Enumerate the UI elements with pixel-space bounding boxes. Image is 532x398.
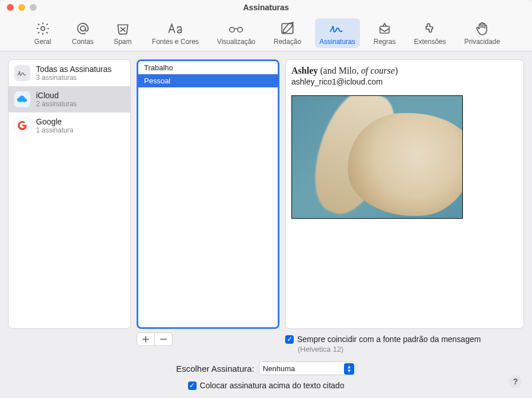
- account-sub: 3 assinaturas: [36, 74, 111, 82]
- icloud-icon: [14, 91, 30, 107]
- tab-label: Privacidade: [465, 38, 501, 46]
- account-name: iCloud: [36, 91, 77, 100]
- preview-name: Ashley: [291, 66, 318, 75]
- signature-icon: [329, 21, 346, 37]
- tab-label: Redação: [274, 38, 301, 46]
- place-above-checkbox-row[interactable]: Colocar assinatura acima do texto citado: [188, 381, 345, 390]
- svg-point-1: [80, 26, 85, 31]
- choose-signature-popup[interactable]: Nenhuma ▲▼: [259, 361, 356, 375]
- tab-privacy[interactable]: Privacidade: [460, 18, 505, 48]
- tab-label: Assinaturas: [319, 38, 355, 46]
- account-name: Google: [36, 117, 73, 126]
- compose-icon: [280, 21, 295, 37]
- hand-icon: [475, 21, 490, 37]
- at-icon: [75, 21, 90, 37]
- glasses-icon: [227, 21, 245, 37]
- svg-point-2: [230, 27, 235, 32]
- match-font-sub: (Helvetica 12): [298, 345, 524, 353]
- chevron-up-down-icon: ▲▼: [344, 363, 354, 375]
- tab-label: Extensões: [414, 38, 446, 46]
- tab-accounts[interactable]: Contas: [67, 18, 98, 48]
- popup-value: Nenhuma: [263, 364, 295, 373]
- titlebar: Assinaturas: [0, 0, 532, 15]
- checkbox-checked-icon[interactable]: [285, 335, 294, 344]
- tab-label: Fontes e Cores: [152, 38, 199, 46]
- window-title: Assinaturas: [0, 3, 532, 12]
- tab-label: Visualização: [217, 38, 255, 46]
- tab-junk[interactable]: Spam: [107, 18, 138, 48]
- signature-item[interactable]: Pessoal: [138, 74, 278, 87]
- google-icon: [14, 118, 30, 134]
- signature-item[interactable]: Trabalho: [138, 61, 278, 74]
- rules-icon: [377, 21, 393, 37]
- signature-icon: [14, 65, 30, 81]
- tab-general[interactable]: Geral: [27, 18, 58, 48]
- add-signature-button[interactable]: [137, 332, 155, 346]
- preferences-toolbar: Geral Contas Spam Fontes e Cores Visuali…: [0, 15, 532, 51]
- tab-label: Geral: [34, 38, 51, 46]
- tab-extensions[interactable]: Extensões: [409, 18, 450, 48]
- tab-label: Contas: [72, 38, 94, 46]
- preview-image: [291, 95, 463, 219]
- svg-point-0: [41, 26, 45, 30]
- match-font-checkbox-row[interactable]: Sempre coincidir com a fonte padrão da m…: [285, 335, 524, 344]
- gear-icon: [35, 21, 50, 37]
- fonts-icon: [167, 21, 184, 37]
- accounts-list: Todas as Assinaturas 3 assinaturas iClou…: [8, 59, 131, 329]
- checkbox-checked-icon[interactable]: [188, 381, 197, 390]
- account-item-all[interactable]: Todas as Assinaturas 3 assinaturas: [9, 60, 130, 86]
- signatures-list[interactable]: Trabalho Pessoal: [137, 59, 279, 329]
- tab-rules[interactable]: Regras: [369, 18, 401, 48]
- choose-signature-label: Escolher Assinatura:: [176, 364, 254, 373]
- match-font-label: Sempre coincidir com a fonte padrão da m…: [297, 335, 481, 344]
- preview-name-line: Ashley (and Milo, of course): [291, 66, 518, 76]
- tab-signatures[interactable]: Assinaturas: [315, 18, 360, 48]
- svg-point-3: [238, 27, 243, 32]
- help-button[interactable]: ?: [509, 375, 522, 388]
- place-above-label: Colocar assinatura acima do texto citado: [200, 381, 345, 390]
- tab-label: Spam: [114, 38, 131, 46]
- bottom-controls: Escolher Assinatura: Nenhuma ▲▼ Colocar …: [0, 353, 532, 398]
- account-item-icloud[interactable]: iCloud 2 assinaturas: [9, 86, 130, 112]
- remove-signature-button[interactable]: [154, 332, 173, 346]
- below-columns-row: Sempre coincidir com a fonte padrão da m…: [0, 329, 532, 353]
- tab-viewing[interactable]: Visualização: [213, 18, 260, 48]
- tab-fonts[interactable]: Fontes e Cores: [147, 18, 203, 48]
- junk-icon: [115, 21, 130, 37]
- tab-label: Regras: [374, 38, 396, 46]
- tab-compose[interactable]: Redação: [269, 18, 306, 48]
- puzzle-icon: [422, 21, 437, 37]
- preview-email: ashley_rico1@icloud.com: [291, 77, 518, 86]
- account-name: Todas as Assinaturas: [36, 65, 111, 74]
- main-content: Todas as Assinaturas 3 assinaturas iClou…: [0, 51, 532, 329]
- account-sub: 2 assinaturas: [36, 100, 77, 108]
- account-sub: 1 assinatura: [36, 126, 73, 134]
- signature-preview[interactable]: Ashley (and Milo, of course) ashley_rico…: [285, 59, 524, 329]
- account-item-google[interactable]: Google 1 assinatura: [9, 112, 130, 139]
